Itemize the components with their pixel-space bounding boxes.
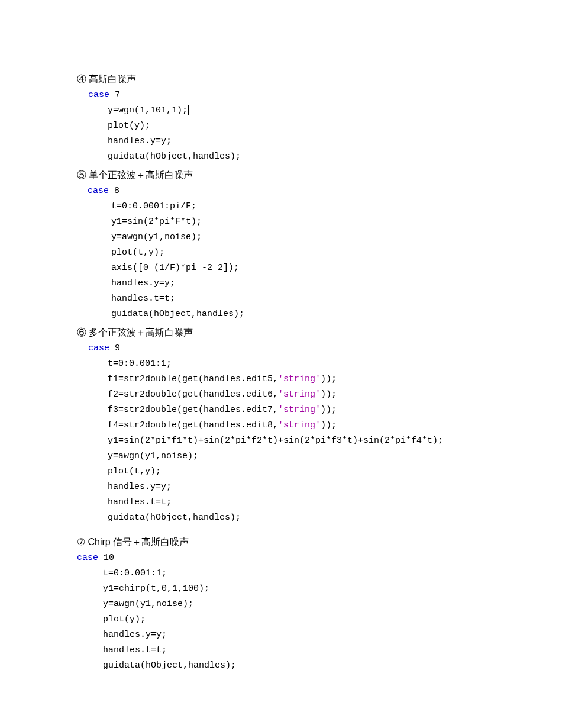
- code-line: y=awgn(y1,noise);: [77, 230, 485, 245]
- code-line: handles.t=t;: [77, 291, 485, 307]
- code-line: plot(y);: [77, 118, 485, 134]
- code-line: y=awgn(y1,noise);: [77, 449, 485, 464]
- keyword-case: case: [88, 90, 109, 100]
- section-7: ⑦ Chirp 信号＋高斯白噪声 case 10 t=0:0.001:1; y1…: [77, 534, 485, 674]
- code-line: guidata(hObject,handles);: [77, 307, 485, 322]
- code-line: f4=str2double(get(handles.edit8,'string'…: [77, 418, 485, 433]
- code-line: handles.t=t;: [77, 643, 485, 658]
- code-line: y1=chirp(t,0,1,100);: [77, 581, 485, 597]
- code-line: axis([0 (1/F)*pi -2 2]);: [77, 260, 485, 276]
- document-page: ④ 高斯白噪声 case 7 y=wgn(1,101,1); plot(y); …: [0, 0, 562, 728]
- code-line: handles.y=y;: [77, 134, 485, 149]
- case-7-line: case 7: [77, 88, 485, 103]
- case-9-line: case 9: [77, 341, 485, 356]
- section-7-heading: ⑦ Chirp 信号＋高斯白噪声: [77, 534, 485, 550]
- code-line: guidata(hObject,handles);: [77, 510, 485, 526]
- keyword-case: case: [77, 553, 98, 563]
- section-5-heading: ⑤ 单个正弦波＋高斯白噪声: [77, 167, 485, 183]
- section-6: ⑥ 多个正弦波＋高斯白噪声 case 9 t=0:0.001:1; f1=str…: [77, 324, 485, 526]
- case-10-number: 10: [98, 553, 114, 563]
- code-line: plot(t,y);: [77, 245, 485, 260]
- case-10-line: case 10: [77, 550, 485, 566]
- keyword-case: case: [88, 343, 109, 353]
- code-line: guidata(hObject,handles);: [77, 658, 485, 674]
- text-cursor: [188, 105, 189, 115]
- code-line: t=0:0.001:1;: [77, 566, 485, 581]
- code-line: f1=str2double(get(handles.edit5,'string'…: [77, 372, 485, 387]
- section-5: ⑤ 单个正弦波＋高斯白噪声 case 8 t=0:0.0001:pi/F; y1…: [77, 167, 485, 322]
- section-4: ④ 高斯白噪声 case 7 y=wgn(1,101,1); plot(y); …: [77, 71, 485, 165]
- code-line: y1=sin(2*pi*f1*t)+sin(2*pi*f2*t)+sin(2*p…: [77, 433, 485, 449]
- code-line: t=0:0.0001:pi/F;: [77, 199, 485, 214]
- section-4-heading: ④ 高斯白噪声: [77, 71, 485, 88]
- case-8-number: 8: [109, 186, 119, 196]
- keyword-case: case: [88, 186, 109, 196]
- code-line: plot(y);: [77, 612, 485, 627]
- code-line: t=0:0.001:1;: [77, 356, 485, 372]
- code-line: handles.y=y;: [77, 627, 485, 643]
- code-line: handles.y=y;: [77, 276, 485, 291]
- spacer: [77, 528, 485, 534]
- string-literal: 'string': [278, 374, 321, 384]
- section-6-heading: ⑥ 多个正弦波＋高斯白噪声: [77, 324, 485, 341]
- string-literal: 'string': [278, 389, 321, 400]
- code-line: guidata(hObject,handles);: [77, 149, 485, 165]
- code-line: plot(t,y);: [77, 464, 485, 479]
- code-line: y=awgn(y1,noise);: [77, 597, 485, 612]
- code-line: f2=str2double(get(handles.edit6,'string'…: [77, 387, 485, 402]
- case-8-line: case 8: [77, 183, 485, 199]
- code-line: f3=str2double(get(handles.edit7,'string'…: [77, 402, 485, 418]
- string-literal: 'string': [278, 420, 321, 430]
- string-literal: 'string': [278, 405, 321, 415]
- case-7-number: 7: [109, 90, 120, 100]
- code-line: handles.y=y;: [77, 479, 485, 495]
- case-9-number: 9: [109, 343, 120, 353]
- code-line: y1=sin(2*pi*F*t);: [77, 214, 485, 230]
- code-line: y=wgn(1,101,1);: [77, 103, 485, 118]
- code-line: handles.t=t;: [77, 495, 485, 510]
